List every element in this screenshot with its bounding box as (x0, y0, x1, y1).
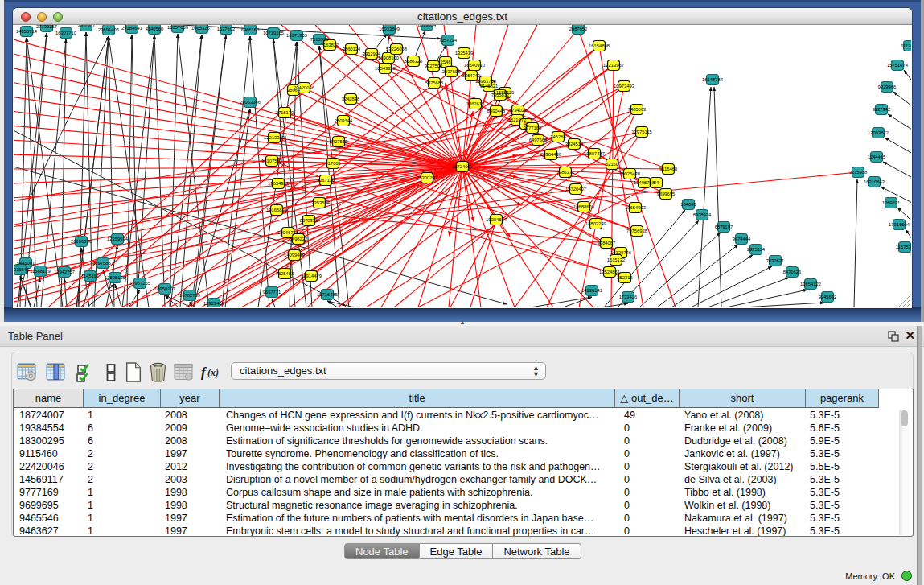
svg-text:13524851: 13524851 (599, 270, 620, 274)
svg-text:15720407: 15720407 (565, 187, 586, 192)
svg-text:10688609: 10688609 (573, 204, 594, 209)
svg-text:6966160: 6966160 (241, 27, 260, 32)
svg-text:8813054: 8813054 (418, 25, 437, 27)
svg-text:3915541: 3915541 (14, 267, 29, 272)
svg-text:19654923: 19654923 (625, 205, 646, 210)
svg-text:7163822: 7163822 (321, 43, 339, 47)
svg-text:7625402: 7625402 (276, 271, 294, 276)
svg-text:10973493: 10973493 (614, 84, 634, 89)
svg-text:16908100: 16908100 (378, 56, 399, 60)
svg-text:17957255: 17957255 (129, 281, 150, 286)
svg-text:20691406: 20691406 (98, 27, 119, 32)
svg-text:53226058: 53226058 (386, 47, 407, 51)
svg-text:5498222: 5498222 (290, 237, 308, 241)
svg-text:1369291: 1369291 (882, 200, 901, 205)
svg-text:6497568: 6497568 (529, 138, 548, 142)
svg-text:16033809: 16033809 (379, 27, 400, 31)
svg-text:27739257: 27739257 (36, 25, 57, 29)
svg-text:2087652: 2087652 (569, 27, 588, 31)
svg-text:8427552: 8427552 (330, 139, 348, 144)
svg-text:12923466: 12923466 (203, 301, 224, 306)
svg-text:10046788: 10046788 (277, 230, 298, 235)
svg-text:10807487: 10807487 (584, 151, 605, 156)
svg-text:10654122: 10654122 (800, 282, 821, 286)
svg-text:10543392: 10543392 (375, 66, 396, 71)
svg-text:12505135: 12505135 (105, 275, 125, 280)
svg-text:1362615: 1362615 (466, 101, 485, 106)
svg-text:12213383: 12213383 (264, 135, 285, 140)
svg-text:1244415: 1244415 (868, 154, 886, 159)
svg-text:20364436: 20364436 (540, 152, 561, 157)
svg-text:7357224: 7357224 (439, 38, 458, 43)
svg-text:18807249: 18807249 (585, 221, 606, 226)
svg-text:9384067: 9384067 (598, 241, 616, 245)
svg-text:10057659: 10057659 (167, 25, 188, 30)
svg-text:11568139: 11568139 (30, 269, 50, 274)
svg-text:3267110: 3267110 (317, 178, 335, 183)
svg-text:18724007: 18724007 (452, 164, 473, 169)
svg-text:29053346: 29053346 (240, 100, 261, 105)
svg-text:8471626: 8471626 (783, 270, 802, 274)
svg-text:9777169: 9777169 (524, 126, 542, 130)
svg-text:10671355: 10671355 (286, 33, 307, 38)
svg-text:25300293: 25300293 (417, 175, 437, 180)
svg-text:14099489: 14099489 (284, 253, 305, 257)
svg-text:9115460: 9115460 (659, 167, 677, 171)
svg-text:5445001: 5445001 (17, 261, 35, 266)
svg-text:29184641: 29184641 (121, 26, 142, 31)
svg-text:19166825: 19166825 (266, 208, 287, 212)
svg-text:2803144: 2803144 (335, 118, 353, 123)
svg-text:15751074: 15751074 (887, 63, 909, 68)
svg-text:1615132: 1615132 (607, 257, 626, 262)
svg-text:4140560: 4140560 (146, 27, 164, 31)
svg-text:8678332: 8678332 (300, 218, 318, 223)
svg-text:16120746: 16120746 (610, 250, 631, 255)
svg-text:746266: 746266 (550, 134, 565, 139)
svg-text:79756928: 79756928 (626, 229, 647, 233)
svg-text:5875685: 5875685 (425, 80, 444, 85)
svg-text:1527602: 1527602 (217, 27, 236, 31)
svg-text:7986372: 7986372 (556, 170, 575, 175)
svg-text:252214: 252214 (617, 275, 633, 280)
svg-text:16107552: 16107552 (261, 159, 282, 163)
svg-text:10653267: 10653267 (191, 26, 212, 31)
svg-text:9657771: 9657771 (263, 290, 281, 295)
svg-text:f: f (201, 365, 207, 380)
svg-text:8186328: 8186328 (405, 59, 423, 64)
svg-text:2546: 2546 (441, 60, 451, 64)
svg-text:164095: 164095 (680, 202, 696, 207)
svg-text:33975867: 33975867 (92, 261, 113, 266)
svg-text:7955812: 7955812 (491, 93, 510, 97)
svg-text:20206556: 20206556 (71, 239, 92, 244)
svg-text:3824514: 3824514 (565, 142, 584, 146)
svg-text:10719155: 10719155 (263, 31, 284, 35)
svg-text:6879197: 6879197 (715, 225, 733, 229)
svg-text:12942757: 12942757 (54, 270, 75, 274)
svg-text:1325419: 1325419 (455, 51, 474, 56)
svg-text:9474444: 9474444 (733, 237, 751, 241)
svg-text:12359934: 12359934 (107, 237, 129, 241)
svg-text:1112456: 1112456 (901, 43, 911, 48)
svg-text:16648784: 16648784 (702, 77, 724, 82)
svg-text:3307301: 3307301 (77, 25, 96, 28)
svg-text:12213967: 12213967 (603, 63, 624, 68)
svg-text:15716485: 15716485 (317, 292, 338, 297)
svg-text:16961758: 16961758 (475, 79, 496, 84)
svg-text:16154808: 16154808 (589, 43, 610, 48)
svg-text:7632621: 7632621 (766, 258, 785, 263)
svg-text:3215958: 3215958 (849, 170, 868, 175)
svg-text:9329966: 9329966 (878, 84, 897, 89)
svg-text:10025438: 10025438 (619, 171, 640, 176)
svg-text:12975115: 12975115 (631, 130, 651, 134)
svg-text:2935114: 2935114 (747, 247, 766, 252)
svg-text:9734028: 9734028 (509, 108, 528, 113)
svg-text:12353594: 12353594 (309, 200, 331, 205)
svg-text:9245652: 9245652 (819, 295, 837, 299)
svg-text:(x): (x) (207, 367, 219, 378)
svg-text:8990448: 8990448 (487, 109, 506, 113)
svg-text:16210643: 16210643 (864, 179, 885, 184)
svg-text:2718170: 2718170 (276, 110, 294, 115)
svg-text:84: 84 (654, 180, 659, 185)
svg-text:417006: 417006 (325, 161, 340, 166)
svg-text:62160: 62160 (606, 162, 618, 167)
